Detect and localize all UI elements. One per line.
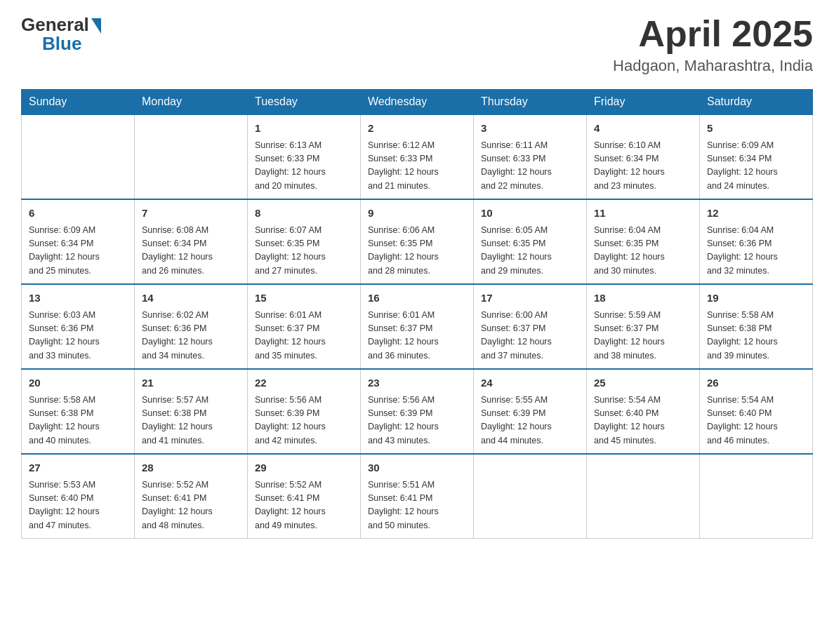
month-title: April 2025	[613, 14, 813, 54]
calendar-cell: 26Sunrise: 5:54 AM Sunset: 6:40 PM Dayli…	[700, 369, 813, 454]
calendar-cell	[474, 454, 587, 539]
day-info: Sunrise: 5:58 AM Sunset: 6:38 PM Dayligh…	[29, 394, 127, 448]
calendar-cell: 19Sunrise: 5:58 AM Sunset: 6:38 PM Dayli…	[700, 284, 813, 369]
day-info: Sunrise: 5:56 AM Sunset: 6:39 PM Dayligh…	[255, 394, 353, 448]
day-info: Sunrise: 6:06 AM Sunset: 6:35 PM Dayligh…	[368, 224, 466, 279]
calendar-cell: 12Sunrise: 6:04 AM Sunset: 6:36 PM Dayli…	[700, 199, 813, 284]
day-number: 17	[481, 290, 579, 307]
calendar-header-row: Sunday Monday Tuesday Wednesday Thursday…	[22, 90, 813, 115]
calendar-cell: 2Sunrise: 6:12 AM Sunset: 6:33 PM Daylig…	[361, 114, 474, 199]
logo-triangle-icon	[91, 18, 101, 34]
col-friday: Friday	[587, 90, 700, 115]
day-number: 7	[142, 206, 240, 222]
day-info: Sunrise: 6:11 AM Sunset: 6:33 PM Dayligh…	[481, 139, 579, 194]
calendar-cell: 28Sunrise: 5:52 AM Sunset: 6:41 PM Dayli…	[135, 454, 248, 539]
calendar-cell: 23Sunrise: 5:56 AM Sunset: 6:39 PM Dayli…	[361, 369, 474, 454]
day-number: 16	[368, 290, 466, 307]
day-info: Sunrise: 5:55 AM Sunset: 6:39 PM Dayligh…	[481, 394, 579, 448]
day-info: Sunrise: 6:10 AM Sunset: 6:34 PM Dayligh…	[594, 139, 692, 194]
calendar-cell: 14Sunrise: 6:02 AM Sunset: 6:36 PM Dayli…	[135, 284, 248, 369]
calendar-cell: 25Sunrise: 5:54 AM Sunset: 6:40 PM Dayli…	[587, 369, 700, 454]
calendar-cell: 13Sunrise: 6:03 AM Sunset: 6:36 PM Dayli…	[22, 284, 135, 369]
calendar-cell: 1Sunrise: 6:13 AM Sunset: 6:33 PM Daylig…	[248, 114, 361, 199]
location-text: Hadgaon, Maharashtra, India	[613, 57, 813, 75]
day-number: 30	[368, 460, 466, 476]
calendar-cell: 15Sunrise: 6:01 AM Sunset: 6:37 PM Dayli…	[248, 284, 361, 369]
day-info: Sunrise: 6:04 AM Sunset: 6:35 PM Dayligh…	[594, 224, 692, 279]
calendar-cell: 8Sunrise: 6:07 AM Sunset: 6:35 PM Daylig…	[248, 199, 361, 284]
day-info: Sunrise: 5:56 AM Sunset: 6:39 PM Dayligh…	[368, 394, 466, 448]
calendar-cell: 21Sunrise: 5:57 AM Sunset: 6:38 PM Dayli…	[135, 369, 248, 454]
day-info: Sunrise: 6:00 AM Sunset: 6:37 PM Dayligh…	[481, 309, 579, 363]
logo-blue-text: Blue	[42, 33, 81, 55]
day-info: Sunrise: 5:52 AM Sunset: 6:41 PM Dayligh…	[255, 478, 353, 533]
day-info: Sunrise: 5:52 AM Sunset: 6:41 PM Dayligh…	[142, 478, 240, 533]
calendar-cell	[22, 114, 135, 199]
calendar-table: Sunday Monday Tuesday Wednesday Thursday…	[21, 89, 813, 539]
calendar-week-row: 6Sunrise: 6:09 AM Sunset: 6:34 PM Daylig…	[22, 199, 813, 284]
calendar-cell: 10Sunrise: 6:05 AM Sunset: 6:35 PM Dayli…	[474, 199, 587, 284]
day-number: 12	[707, 206, 805, 222]
day-info: Sunrise: 6:13 AM Sunset: 6:33 PM Dayligh…	[255, 139, 353, 194]
calendar-cell: 20Sunrise: 5:58 AM Sunset: 6:38 PM Dayli…	[22, 369, 135, 454]
col-tuesday: Tuesday	[248, 90, 361, 115]
day-info: Sunrise: 5:58 AM Sunset: 6:38 PM Dayligh…	[707, 309, 805, 363]
day-number: 27	[29, 460, 127, 476]
day-number: 3	[481, 121, 579, 137]
day-info: Sunrise: 5:57 AM Sunset: 6:38 PM Dayligh…	[142, 394, 240, 448]
day-number: 22	[255, 375, 353, 391]
day-number: 26	[707, 375, 805, 391]
calendar-cell	[587, 454, 700, 539]
calendar-cell: 29Sunrise: 5:52 AM Sunset: 6:41 PM Dayli…	[248, 454, 361, 539]
calendar-cell: 5Sunrise: 6:09 AM Sunset: 6:34 PM Daylig…	[700, 114, 813, 199]
day-info: Sunrise: 6:02 AM Sunset: 6:36 PM Dayligh…	[142, 309, 240, 363]
col-wednesday: Wednesday	[361, 90, 474, 115]
col-sunday: Sunday	[22, 90, 135, 115]
day-number: 6	[29, 206, 127, 222]
day-number: 28	[142, 460, 240, 476]
day-info: Sunrise: 5:53 AM Sunset: 6:40 PM Dayligh…	[29, 478, 127, 533]
day-number: 9	[368, 206, 466, 222]
day-info: Sunrise: 5:54 AM Sunset: 6:40 PM Dayligh…	[594, 394, 692, 448]
calendar-cell: 9Sunrise: 6:06 AM Sunset: 6:35 PM Daylig…	[361, 199, 474, 284]
day-info: Sunrise: 6:01 AM Sunset: 6:37 PM Dayligh…	[255, 309, 353, 363]
calendar-cell: 7Sunrise: 6:08 AM Sunset: 6:34 PM Daylig…	[135, 199, 248, 284]
calendar-cell: 17Sunrise: 6:00 AM Sunset: 6:37 PM Dayli…	[474, 284, 587, 369]
day-number: 10	[481, 206, 579, 222]
calendar-cell: 3Sunrise: 6:11 AM Sunset: 6:33 PM Daylig…	[474, 114, 587, 199]
day-info: Sunrise: 5:59 AM Sunset: 6:37 PM Dayligh…	[594, 309, 692, 363]
day-info: Sunrise: 5:51 AM Sunset: 6:41 PM Dayligh…	[368, 478, 466, 533]
day-info: Sunrise: 6:12 AM Sunset: 6:33 PM Dayligh…	[368, 139, 466, 194]
day-number: 15	[255, 290, 353, 307]
day-number: 4	[594, 121, 692, 137]
day-number: 18	[594, 290, 692, 307]
col-monday: Monday	[135, 90, 248, 115]
calendar-cell: 18Sunrise: 5:59 AM Sunset: 6:37 PM Dayli…	[587, 284, 700, 369]
day-number: 8	[255, 206, 353, 222]
calendar-cell: 11Sunrise: 6:04 AM Sunset: 6:35 PM Dayli…	[587, 199, 700, 284]
col-saturday: Saturday	[700, 90, 813, 115]
page-header: General Blue April 2025 Hadgaon, Maharas…	[21, 14, 813, 75]
day-number: 25	[594, 375, 692, 391]
calendar-week-row: 1Sunrise: 6:13 AM Sunset: 6:33 PM Daylig…	[22, 114, 813, 199]
calendar-cell: 16Sunrise: 6:01 AM Sunset: 6:37 PM Dayli…	[361, 284, 474, 369]
day-number: 1	[255, 121, 353, 137]
calendar-cell	[700, 454, 813, 539]
calendar-cell	[135, 114, 248, 199]
day-info: Sunrise: 6:04 AM Sunset: 6:36 PM Dayligh…	[707, 224, 805, 279]
calendar-cell: 24Sunrise: 5:55 AM Sunset: 6:39 PM Dayli…	[474, 369, 587, 454]
calendar-week-row: 27Sunrise: 5:53 AM Sunset: 6:40 PM Dayli…	[22, 454, 813, 539]
day-number: 19	[707, 290, 805, 307]
calendar-week-row: 20Sunrise: 5:58 AM Sunset: 6:38 PM Dayli…	[22, 369, 813, 454]
calendar-cell: 22Sunrise: 5:56 AM Sunset: 6:39 PM Dayli…	[248, 369, 361, 454]
day-info: Sunrise: 6:08 AM Sunset: 6:34 PM Dayligh…	[142, 224, 240, 279]
day-info: Sunrise: 6:01 AM Sunset: 6:37 PM Dayligh…	[368, 309, 466, 363]
day-number: 20	[29, 375, 127, 391]
day-info: Sunrise: 6:03 AM Sunset: 6:36 PM Dayligh…	[29, 309, 127, 363]
day-number: 21	[142, 375, 240, 391]
day-info: Sunrise: 6:07 AM Sunset: 6:35 PM Dayligh…	[255, 224, 353, 279]
day-info: Sunrise: 6:09 AM Sunset: 6:34 PM Dayligh…	[29, 224, 127, 279]
calendar-cell: 6Sunrise: 6:09 AM Sunset: 6:34 PM Daylig…	[22, 199, 135, 284]
day-info: Sunrise: 5:54 AM Sunset: 6:40 PM Dayligh…	[707, 394, 805, 448]
col-thursday: Thursday	[474, 90, 587, 115]
